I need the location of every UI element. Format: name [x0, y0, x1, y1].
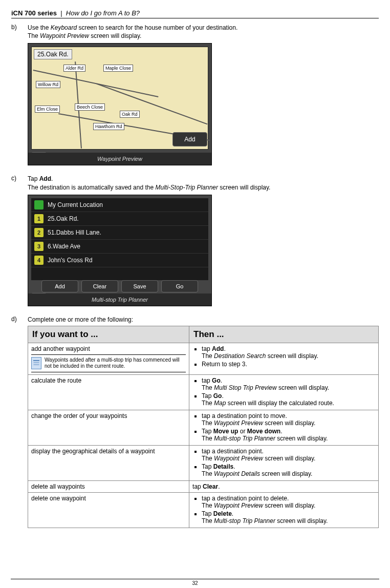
- list-item: Tap Move up or Move down. The Multi-stop…: [202, 428, 375, 442]
- want-text: delete all waypoints: [28, 480, 189, 492]
- then-list: tap Add. The Destination Search screen w…: [192, 345, 375, 368]
- table-header-then: Then ...: [189, 326, 379, 343]
- table-row: calculate the route tap Go. The Multi St…: [28, 374, 379, 410]
- add-button[interactable]: Add: [172, 132, 207, 146]
- list-item: Tap Details. The Waypoint Details screen…: [202, 463, 375, 477]
- step-d-letter: d): [11, 316, 28, 528]
- step-b-text: Use the Keyboard screen to search for th…: [28, 24, 379, 40]
- list-item: tap Add. The Destination Search screen w…: [202, 345, 375, 360]
- list-item: Tap Delete. The Multi-stop Trip Planner …: [202, 510, 375, 524]
- want-text: add another waypoint: [31, 345, 186, 352]
- list-item: tap a destination point to delete. The W…: [202, 495, 375, 509]
- waypoint-preview-screenshot: 25.Oak Rd. Alder Rd Maple Close Willow R…: [28, 43, 212, 165]
- then-list: tap Go. The Multi Stop Trip Preview scre…: [192, 377, 375, 407]
- trip-row-4[interactable]: 4 John's Cross Rd: [31, 254, 208, 267]
- then-list: tap a destination point to move. The Way…: [192, 412, 375, 442]
- trip-row-3[interactable]: 3 6.Wade Ave: [31, 240, 208, 254]
- want-text: display the geographical details of a wa…: [28, 445, 189, 480]
- button-row: Add Clear Save Go: [31, 280, 208, 292]
- multistop-planner-screenshot: My Current Location 1 25.Oak Rd. 2 51.Da…: [28, 195, 212, 306]
- step-b-letter: b): [11, 24, 28, 171]
- map-label-willow: Willow Rd: [36, 81, 60, 88]
- map-label-hawthorn: Hawthorn Rd: [93, 123, 124, 130]
- table-row: display the geographical details of a wa…: [28, 445, 379, 480]
- trip-row-1[interactable]: 1 25.Oak Rd.: [31, 212, 208, 226]
- trip-row-label: 6.Wade Ave: [48, 243, 80, 250]
- table-row: add another waypoint Waypoints added aft…: [28, 343, 379, 374]
- table-header-want: If you want to ...: [28, 326, 189, 343]
- header-sep: |: [60, 9, 62, 17]
- table-row: change the order of your waypoints tap a…: [28, 410, 379, 445]
- then-plain: tap Clear.: [189, 480, 379, 492]
- waypoint-flag-icon: 4: [34, 256, 44, 265]
- want-text: change the order of your waypoints: [28, 410, 189, 445]
- step-d-text: Complete one or more of the following:: [28, 316, 379, 324]
- map-label-alder: Alder Rd: [63, 65, 85, 72]
- map-label-elm: Elm Close: [35, 106, 60, 113]
- then-list: tap a destination point. The Waypoint Pr…: [192, 448, 375, 477]
- save-button[interactable]: Save: [121, 280, 158, 292]
- trip-row-label: 51.Dabbs Hill Lane.: [48, 229, 101, 236]
- trip-row-current[interactable]: My Current Location: [31, 198, 208, 212]
- step-c-text: Tap Add. The destination is automaticall…: [28, 175, 379, 191]
- options-table: If you want to ... Then ... add another …: [28, 326, 379, 528]
- list-item: Return to step 3.: [202, 361, 375, 368]
- trip-list: My Current Location 1 25.Oak Rd. 2 51.Da…: [31, 198, 208, 280]
- list-item: Tap Go. The Map screen will display the …: [202, 392, 375, 407]
- table-row: delete one waypoint tap a destination po…: [28, 492, 379, 528]
- map-label-oak: Oak Rd: [120, 111, 140, 118]
- then-list: tap a destination point to delete. The W…: [192, 495, 375, 524]
- trip-row-label: John's Cross Rd: [48, 257, 93, 264]
- add-button[interactable]: Add: [41, 280, 78, 292]
- trip-row-label: 25.Oak Rd.: [48, 215, 79, 222]
- list-item: tap a destination point. The Waypoint Pr…: [202, 448, 375, 462]
- screenshot-title: Multi-stop Trip Planner: [28, 293, 211, 306]
- screenshot-title: Waypoint Preview: [28, 153, 211, 165]
- step-c-letter: c): [11, 175, 28, 311]
- trip-row-label: My Current Location: [48, 201, 103, 208]
- note-box: Waypoints added after a multi-stop trip …: [31, 354, 186, 372]
- list-item: tap a destination point to move. The Way…: [202, 412, 375, 427]
- series-name: iCN 700 series: [11, 9, 57, 17]
- chapter-title: How do I go from A to B?: [66, 9, 140, 17]
- waypoint-flag-icon: 1: [34, 214, 44, 223]
- step-b: b) Use the Keyboard screen to search for…: [11, 24, 379, 171]
- map-label-beech: Beech Close: [75, 103, 105, 111]
- clear-button[interactable]: Clear: [81, 280, 118, 292]
- step-d: d) Complete one or more of the following…: [11, 316, 379, 528]
- page-header: iCN 700 series | How do I go from A to B…: [11, 9, 379, 18]
- waypoint-flag-icon: 2: [34, 228, 44, 237]
- current-location-flag-icon: [34, 200, 44, 209]
- address-box: 25.Oak Rd.: [34, 49, 72, 59]
- trip-row-2[interactable]: 2 51.Dabbs Hill Lane.: [31, 226, 208, 240]
- want-text: calculate the route: [28, 374, 189, 410]
- note-text: Waypoints added after a multi-stop trip …: [45, 357, 186, 370]
- note-icon: [31, 357, 41, 369]
- step-c: c) Tap Add. The destination is automatic…: [11, 175, 379, 311]
- waypoint-flag-icon: 3: [34, 242, 44, 251]
- list-item: tap Go. The Multi Stop Trip Preview scre…: [202, 377, 375, 391]
- table-row: delete all waypoints tap Clear.: [28, 480, 379, 492]
- go-button[interactable]: Go: [161, 280, 198, 292]
- map-label-maple: Maple Close: [103, 65, 133, 72]
- want-text: delete one waypoint: [28, 492, 189, 528]
